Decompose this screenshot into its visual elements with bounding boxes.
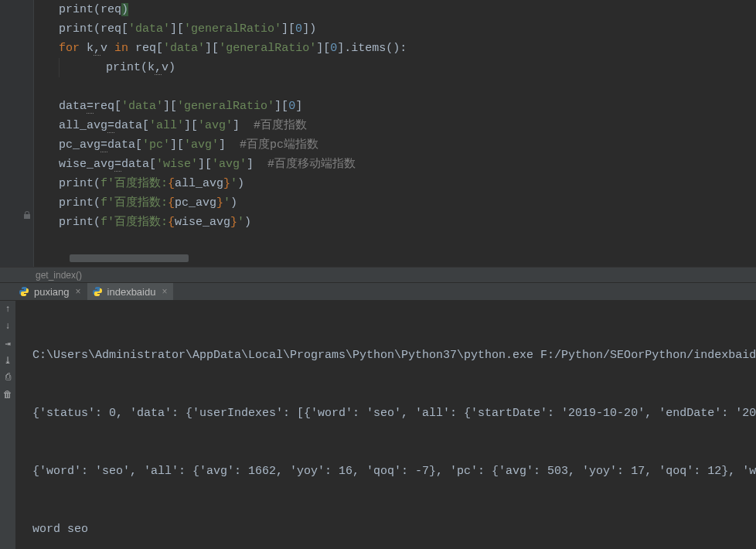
console-line: {'word': 'seo', 'all': {'avg': 1662, 'yo… (19, 462, 756, 481)
run-tabs-bar: puxiang × indexbaidu × (0, 282, 756, 301)
lock-icon (23, 211, 31, 219)
console-toolbar: ↑ ↓ ⇥ ⤓ ⎙ 🗑 (0, 301, 15, 549)
console-line: {'status': 0, 'data': {'userIndexes': [{… (19, 404, 756, 423)
editor-gutter (0, 0, 34, 267)
up-arrow-icon[interactable]: ↑ (2, 304, 13, 315)
close-icon[interactable]: × (74, 286, 83, 297)
console-output[interactable]: C:\Users\Administrator\AppData\Local\Pro… (15, 301, 756, 549)
tab-puxiang[interactable]: puxiang × (14, 283, 87, 300)
python-icon (19, 286, 29, 297)
run-tool-window: ↑ ↓ ⇥ ⤓ ⎙ 🗑 C:\Users\Administrator\AppDa… (0, 301, 756, 549)
print-icon[interactable]: ⎙ (2, 372, 13, 383)
python-icon (92, 286, 103, 297)
down-arrow-icon[interactable]: ↓ (2, 321, 13, 332)
close-icon[interactable]: × (160, 286, 169, 297)
soft-wrap-icon[interactable]: ⇥ (2, 338, 13, 349)
code-editor[interactable]: print(req) print(req['data']['generalRat… (0, 0, 756, 267)
tab-label: indexbaidu (107, 286, 156, 298)
horizontal-scrollbar[interactable] (70, 254, 189, 262)
breadcrumb-item[interactable]: get_index() (36, 270, 82, 281)
code-token: print (59, 3, 94, 16)
console-line: C:\Users\Administrator\AppData\Local\Pro… (19, 346, 756, 365)
breadcrumb-bar: get_index() (0, 267, 756, 282)
scroll-to-end-icon[interactable]: ⤓ (2, 355, 13, 366)
trash-icon[interactable]: 🗑 (2, 389, 13, 400)
tab-indexbaidu[interactable]: indexbaidu × (87, 283, 174, 300)
console-line: word seo (19, 520, 756, 539)
tab-label: puxiang (34, 286, 70, 298)
code-content[interactable]: print(req) print(req['data']['generalRat… (34, 0, 756, 267)
